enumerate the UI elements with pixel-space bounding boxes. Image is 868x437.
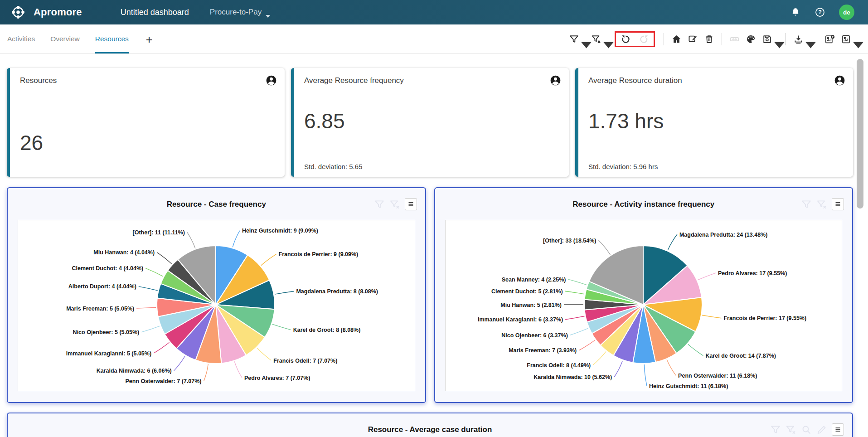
- chevron-down-icon: [805, 40, 810, 43]
- pie-slice-label: Miu Hanwan: 4 (4.04%): [93, 249, 155, 256]
- pie-plot-area: Heinz Gutschmidt: 9 (9.09%)Francois de P…: [18, 220, 415, 391]
- pie-slice-label: [Other]: 33 (18.54%): [543, 238, 596, 244]
- export-button[interactable]: [793, 34, 810, 44]
- pie-slice-label: Heinz Gutschmidt: 11 (6.18%): [649, 383, 728, 389]
- filter-icon: [374, 199, 385, 210]
- kpi-card: Average Resource duration1.73 hrsStd. de…: [575, 68, 853, 177]
- user-avatar[interactable]: de: [839, 5, 854, 20]
- label-connector-line: [568, 279, 587, 285]
- tab-resources[interactable]: Resources: [95, 24, 129, 53]
- label-connector-line: [698, 273, 716, 280]
- pie-slice-label: Heinz Gutschmidt: 9 (9.09%): [242, 228, 318, 234]
- kpi-title: Resources: [20, 76, 57, 85]
- palette-icon: [746, 34, 756, 44]
- undo-button[interactable]: [621, 34, 631, 44]
- filter-icon: [801, 199, 812, 210]
- filter-icon: [770, 424, 781, 435]
- menu-button[interactable]: [832, 198, 844, 210]
- vertical-scrollbar[interactable]: [857, 59, 863, 209]
- brand: Apromore: [10, 4, 82, 20]
- undo-icon: [621, 34, 631, 44]
- tab-activities[interactable]: Activities: [7, 24, 35, 53]
- delete-button[interactable]: [704, 34, 714, 44]
- label-connector-line: [145, 268, 163, 277]
- chart-title: Resource - Average case duration: [8, 413, 852, 437]
- filter-clear-button[interactable]: [389, 199, 400, 210]
- kpi-row: Resources26Average Resource frequency6.8…: [7, 68, 853, 177]
- tab-overview[interactable]: Overview: [50, 24, 80, 53]
- kpi-subtext: Std. deviation: 5.96 hrs: [588, 163, 658, 170]
- filter-clear-button[interactable]: [786, 424, 796, 435]
- pie-slice-label: Immanuel Karagianni: 5 (5.05%): [66, 350, 151, 357]
- chevron-down-icon: [581, 40, 585, 43]
- clear-filter-button[interactable]: [591, 34, 607, 44]
- chart-card-activity-instance-frequency: Resource - Activity instance frequency M…: [434, 187, 853, 403]
- pie-slice-label: [Other]: 11 (11.11%): [133, 229, 185, 236]
- pie-slice-label: Nico Ojenbeer: 5 (5.05%): [73, 329, 140, 335]
- add-chart-button[interactable]: [824, 34, 835, 44]
- add-tab-button[interactable]: +: [146, 33, 153, 46]
- filter-button[interactable]: [801, 199, 812, 210]
- kpi-value: 6.85: [304, 109, 345, 133]
- filter-button[interactable]: [374, 199, 385, 210]
- log-selector-label: Procure-to-Pay: [210, 8, 262, 17]
- toolbar-separator: [786, 33, 786, 45]
- pie-slice-label: Maris Freeman: 7 (3.93%): [509, 347, 577, 354]
- help-button[interactable]: ?: [815, 6, 826, 18]
- kpi-title: Average Resource duration: [588, 76, 682, 85]
- filter-button[interactable]: [569, 34, 585, 44]
- kpi-card: Resources26: [7, 68, 285, 177]
- notifications-button[interactable]: [790, 6, 802, 18]
- chart-title: Resource - Activity instance frequency: [435, 188, 853, 221]
- person-icon: [834, 74, 846, 87]
- label-connector-line: [272, 324, 291, 330]
- save-icon: [762, 34, 772, 44]
- filter-button[interactable]: [770, 424, 781, 435]
- search-icon: [801, 424, 812, 435]
- chart-card-case-frequency: Resource - Case frequency Heinz Gutschmi…: [7, 187, 426, 403]
- pie-slice-label: Francois de Perrier: 9 (9.09%): [279, 251, 359, 257]
- filter-clear-icon: [591, 34, 601, 44]
- menu-button[interactable]: [832, 423, 844, 436]
- dashboard-title: Untitled dashboard: [121, 8, 189, 17]
- person-icon: [549, 74, 562, 87]
- pie-slice-label: Maris Freeman: 5 (5.05%): [66, 306, 134, 312]
- label-connector-line: [668, 234, 677, 250]
- save-button[interactable]: [762, 34, 778, 44]
- person-icon: [265, 74, 277, 87]
- search-button[interactable]: [801, 424, 812, 435]
- navbar-right: ? de: [790, 5, 854, 20]
- pie-slice-label: Magdalena Predutta: 8 (8.08%): [296, 288, 378, 295]
- bell-icon: [790, 7, 802, 18]
- menu-icon: [834, 426, 842, 433]
- home-button[interactable]: [671, 34, 682, 44]
- chart-add-icon: [824, 34, 835, 44]
- merge-button[interactable]: [729, 34, 740, 44]
- pie-slice-label: Magdalena Predutta: 24 (13.48%): [679, 232, 767, 238]
- label-connector-line: [141, 326, 160, 332]
- label-connector-line: [702, 315, 721, 318]
- pie-slice-label: Miu Hanwan: 5 (2.81%): [500, 302, 562, 308]
- label-connector-line: [136, 307, 156, 308]
- label-connector-line: [154, 342, 169, 353]
- log-selector-dropdown[interactable]: Procure-to-Pay: [210, 8, 270, 17]
- pie-slice-label: Immanuel Karagianni: 6 (3.37%): [477, 316, 563, 323]
- dashboard-content: Resources26Average Resource frequency6.8…: [0, 68, 868, 437]
- menu-button[interactable]: [405, 198, 417, 210]
- chart-options-button[interactable]: [841, 34, 857, 44]
- pie-slice-label: Karel de Groot: 14 (7.87%): [705, 353, 776, 359]
- redo-button[interactable]: [639, 34, 649, 44]
- edit-button[interactable]: [688, 34, 698, 44]
- filter-clear-icon: [389, 199, 400, 210]
- theme-button[interactable]: [746, 34, 756, 44]
- label-connector-line: [565, 316, 584, 320]
- toolbar-separator: [664, 33, 664, 45]
- dashboard-toolbar: [569, 31, 857, 47]
- label-connector-line: [667, 359, 676, 375]
- download-icon: [793, 34, 804, 44]
- home-icon: [671, 34, 682, 44]
- brand-name: Apromore: [34, 6, 82, 18]
- pencil-button[interactable]: [816, 424, 827, 435]
- label-connector-line: [139, 286, 158, 291]
- filter-clear-button[interactable]: [816, 199, 827, 210]
